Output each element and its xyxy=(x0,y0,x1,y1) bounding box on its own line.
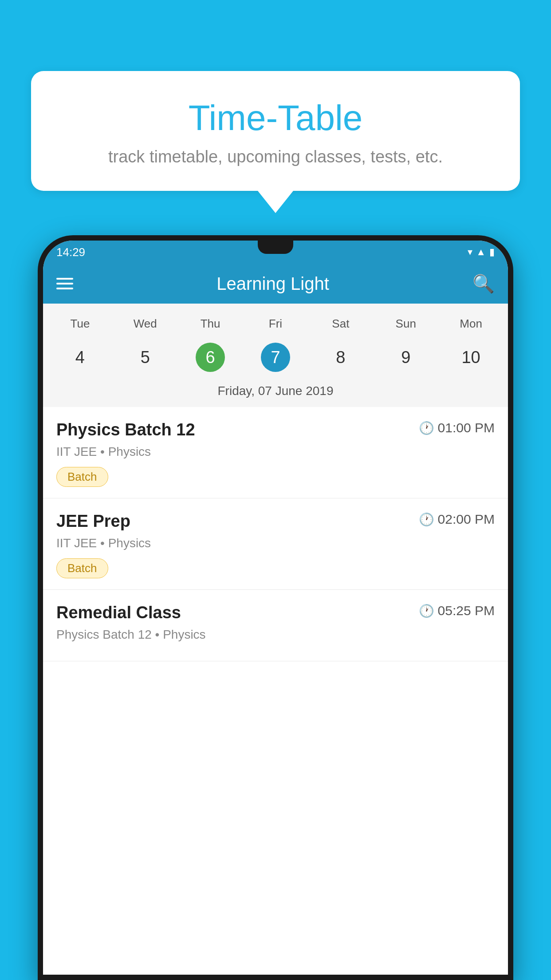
page-subtitle: track timetable, upcoming classes, tests… xyxy=(49,147,502,166)
day-7[interactable]: 7 xyxy=(243,337,308,377)
schedule-item-3[interactable]: Remedial Class 🕐 05:25 PM Physics Batch … xyxy=(43,590,508,661)
day-numbers-row: 4 5 6 7 8 9 10 xyxy=(43,337,508,377)
schedule-item-1-meta: IIT JEE • Physics xyxy=(56,445,495,459)
day-label-sat: Sat xyxy=(308,312,373,335)
schedule-list: Physics Batch 12 🕐 01:00 PM IIT JEE • Ph… xyxy=(43,407,508,661)
signal-icon: ▲ xyxy=(476,246,486,258)
schedule-item-1[interactable]: Physics Batch 12 🕐 01:00 PM IIT JEE • Ph… xyxy=(43,407,508,498)
status-time: 14:29 xyxy=(56,245,85,259)
day-label-tue: Tue xyxy=(47,312,113,335)
day-label-sun: Sun xyxy=(373,312,438,335)
clock-icon-1: 🕐 xyxy=(419,421,434,435)
schedule-item-2-title: JEE Prep xyxy=(56,512,130,531)
day-4[interactable]: 4 xyxy=(47,337,113,377)
app-title: Learning Light xyxy=(216,274,329,294)
calendar-strip: Tue Wed Thu Fri Sat Sun Mon 4 5 6 7 8 9 … xyxy=(43,304,508,407)
menu-button[interactable] xyxy=(56,278,73,289)
search-button[interactable]: 🔍 xyxy=(472,273,495,294)
clock-icon-2: 🕐 xyxy=(419,512,434,527)
battery-icon: ▮ xyxy=(489,246,495,258)
status-icons: ▾ ▲ ▮ xyxy=(468,246,495,258)
day-10[interactable]: 10 xyxy=(438,337,504,377)
day-label-wed: Wed xyxy=(113,312,178,335)
schedule-item-3-meta: Physics Batch 12 • Physics xyxy=(56,628,495,642)
schedule-item-2-time: 🕐 02:00 PM xyxy=(419,512,495,527)
schedule-item-3-title: Remedial Class xyxy=(56,603,181,622)
schedule-item-3-time: 🕐 05:25 PM xyxy=(419,603,495,618)
day-8[interactable]: 8 xyxy=(308,337,373,377)
day-5[interactable]: 5 xyxy=(113,337,178,377)
wifi-icon: ▾ xyxy=(468,246,472,258)
day-label-mon: Mon xyxy=(438,312,504,335)
schedule-item-2[interactable]: JEE Prep 🕐 02:00 PM IIT JEE • Physics Ba… xyxy=(43,498,508,590)
schedule-item-3-header: Remedial Class 🕐 05:25 PM xyxy=(56,603,495,622)
speech-bubble-section: Time-Table track timetable, upcoming cla… xyxy=(31,71,520,213)
day-label-fri: Fri xyxy=(243,312,308,335)
day-label-thu: Thu xyxy=(178,312,243,335)
schedule-item-2-header: JEE Prep 🕐 02:00 PM xyxy=(56,512,495,531)
phone-screen: 14:29 ▾ ▲ ▮ Learning Light 🔍 Tue Wed Thu xyxy=(43,241,508,975)
selected-date-label: Friday, 07 June 2019 xyxy=(43,377,508,407)
schedule-item-2-meta: IIT JEE • Physics xyxy=(56,536,495,550)
phone-frame: 14:29 ▾ ▲ ▮ Learning Light 🔍 Tue Wed Thu xyxy=(38,235,513,980)
day-labels-row: Tue Wed Thu Fri Sat Sun Mon xyxy=(43,312,508,335)
schedule-item-1-header: Physics Batch 12 🕐 01:00 PM xyxy=(56,420,495,439)
schedule-item-1-title: Physics Batch 12 xyxy=(56,420,195,439)
page-title: Time-Table xyxy=(49,98,502,138)
batch-badge-2: Batch xyxy=(56,558,108,578)
bubble-arrow xyxy=(258,191,293,213)
batch-badge-1: Batch xyxy=(56,467,108,487)
schedule-item-1-time: 🕐 01:00 PM xyxy=(419,420,495,435)
day-6[interactable]: 6 xyxy=(178,337,243,377)
clock-icon-3: 🕐 xyxy=(419,604,434,618)
phone-notch xyxy=(258,241,293,254)
app-bar: Learning Light 🔍 xyxy=(43,264,508,304)
day-9[interactable]: 9 xyxy=(373,337,438,377)
speech-bubble-card: Time-Table track timetable, upcoming cla… xyxy=(31,71,520,191)
